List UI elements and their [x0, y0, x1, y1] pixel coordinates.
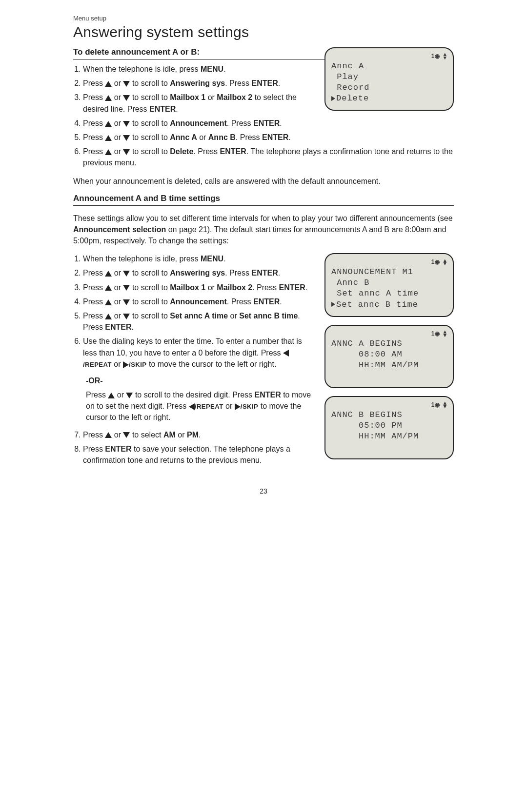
down-arrow-icon [123, 95, 130, 101]
up-arrow-icon [105, 81, 112, 87]
content: 1◉ ▲▼ Annc A Play Record Delete To delet… [73, 47, 454, 473]
down-arrow-icon [123, 314, 130, 319]
page-title: Answering system settings [73, 24, 454, 40]
tape-icon: 1◉ [431, 53, 441, 60]
scroll-arrows-icon: ▲▼ [443, 402, 447, 408]
lcd-line: Record [331, 82, 447, 93]
up-arrow-icon [105, 135, 112, 141]
up-arrow-icon [105, 314, 112, 319]
left-arrow-icon [283, 350, 289, 356]
lcd-line: 05:00 PM [331, 420, 447, 431]
down-arrow-icon [123, 285, 130, 291]
down-arrow-icon [123, 432, 130, 438]
tape-icon: 1◉ [431, 258, 441, 266]
heading-timeset: Announcement A and B time settings [73, 194, 454, 206]
step: Press or to scroll to Delete. Press ENTE… [83, 146, 454, 168]
up-arrow-icon [105, 95, 112, 101]
paragraph: These settings allow you to set differen… [73, 213, 454, 247]
lcd-line: ANNC A BEGINS [331, 338, 447, 349]
scroll-arrows-icon: ▲▼ [443, 259, 447, 266]
step: Press or to scroll to Annc A or Annc B. … [83, 132, 454, 143]
lcd-line: ANNOUNCEMENT M1 [331, 267, 447, 277]
lcd-line: HH:MM AM/PM [331, 360, 447, 371]
right-arrow-icon [235, 403, 241, 410]
up-arrow-icon [105, 285, 112, 291]
section-label: Menu setup [73, 15, 454, 22]
lcd-line [331, 442, 447, 453]
up-arrow-icon [108, 393, 115, 398]
left-arrow-icon [189, 403, 195, 410]
down-arrow-icon [123, 299, 130, 305]
up-arrow-icon [105, 121, 112, 127]
selector-icon [331, 96, 335, 101]
scroll-arrows-icon: ▲▼ [443, 53, 447, 59]
lcd-line-selected: Delete [331, 93, 447, 104]
lcd-line: Play [331, 72, 447, 82]
scroll-arrows-icon: ▲▼ [443, 331, 447, 337]
step: Press or to scroll to Announcement. Pres… [83, 118, 454, 129]
lcd-screen-annc-a-begins: 1◉ ▲▼ ANNC A BEGINS 08:00 AM HH:MM AM/PM [324, 325, 454, 388]
lcd-line: HH:MM AM/PM [331, 431, 447, 442]
down-arrow-icon [123, 149, 130, 155]
down-arrow-icon [126, 393, 133, 398]
lcd-line: Set annc A time [331, 288, 447, 299]
lcd-screen-annc-b-begins: 1◉ ▲▼ ANNC B BEGINS 05:00 PM HH:MM AM/PM [324, 396, 454, 459]
up-arrow-icon [105, 149, 112, 155]
right-arrow-icon [123, 361, 129, 368]
tape-icon: 1◉ [431, 401, 441, 409]
lcd-line: Annc B [331, 277, 447, 288]
down-arrow-icon [123, 121, 130, 127]
down-arrow-icon [123, 135, 130, 141]
down-arrow-icon [123, 271, 130, 277]
tape-icon: 1◉ [431, 330, 441, 338]
selector-icon [331, 302, 335, 307]
up-arrow-icon [105, 271, 112, 277]
lcd-screen-announcement-m1: 1◉ ▲▼ ANNOUNCEMENT M1 Annc B Set annc A … [324, 253, 454, 317]
lcd-line: Annc A [331, 61, 447, 72]
page: Menu setup Answering system settings 1◉ … [44, 0, 483, 505]
page-number: 23 [73, 487, 454, 495]
lcd-line: 08:00 AM [331, 349, 447, 360]
up-arrow-icon [105, 299, 112, 305]
lcd-screen-annc-a: 1◉ ▲▼ Annc A Play Record Delete [324, 47, 454, 111]
lcd-line-selected: Set annc B time [331, 299, 447, 310]
down-arrow-icon [123, 81, 130, 87]
lcd-line [331, 371, 447, 381]
lcd-line: ANNC B BEGINS [331, 410, 447, 420]
up-arrow-icon [105, 432, 112, 438]
paragraph: When your announcement is deleted, calls… [73, 176, 454, 187]
